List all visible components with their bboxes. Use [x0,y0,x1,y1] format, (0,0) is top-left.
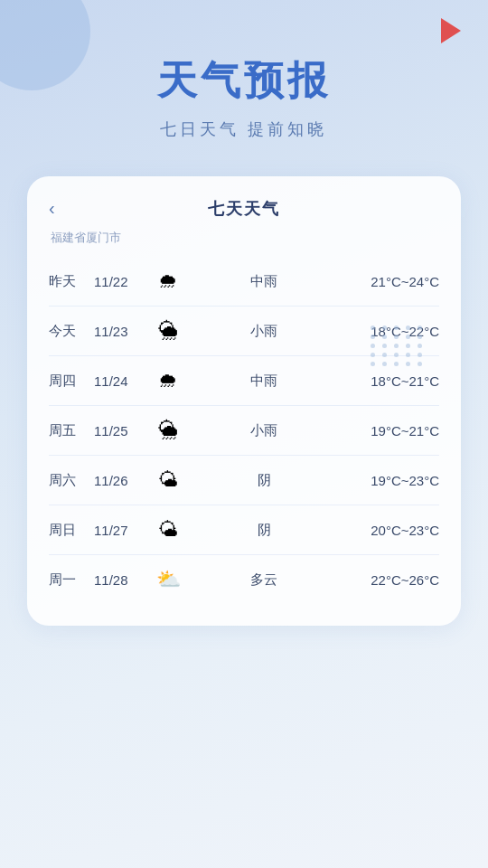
location-label: 福建省厦门市 [49,230,439,246]
hero-subtitle: 七日天气 提前知晓 [0,118,488,140]
weather-icon: 🌦 [148,419,188,442]
table-row: 昨天 11/22 🌧 中雨 21°C~24°C [49,257,439,307]
day-label: 周五 [49,422,94,439]
weather-icon: 🌧 [148,369,188,392]
date-label: 11/27 [94,523,148,538]
table-row: 周五 11/25 🌦 小雨 19°C~21°C [49,406,439,456]
day-label: 周六 [49,472,94,489]
table-row: 周一 11/28 ⛅ 多云 22°C~26°C [49,555,439,604]
day-label: 今天 [49,323,94,340]
date-label: 11/26 [94,473,148,488]
day-label: 周日 [49,522,94,539]
temp-range: 20°C~23°C [340,523,439,538]
day-label: 周一 [49,571,94,589]
date-label: 11/23 [94,324,148,339]
weather-table: 昨天 11/22 🌧 中雨 21°C~24°C 今天 11/23 🌦 小雨 18… [49,257,439,604]
weather-desc: 阴 [188,522,340,539]
temp-range: 19°C~23°C [340,473,439,488]
weather-desc: 阴 [188,472,340,489]
weather-desc: 中雨 [188,273,340,290]
temp-range: 19°C~21°C [340,423,439,439]
temp-range: 21°C~24°C [340,274,439,289]
weather-desc: 多云 [188,571,340,589]
arrow-icon [441,18,461,43]
date-label: 11/28 [94,572,148,588]
weather-desc: 小雨 [188,422,340,439]
back-button[interactable]: ‹ [49,194,62,222]
weather-icon: 🌤 [148,518,188,542]
card-title: 七天天气 [208,198,280,220]
temp-range: 22°C~26°C [340,572,439,588]
dot-grid-decoration [371,326,425,366]
weather-icon: 🌦 [148,319,188,343]
day-label: 周四 [49,373,94,390]
weather-desc: 小雨 [188,323,340,340]
table-row: 周六 11/26 🌤 阴 19°C~23°C [49,456,439,505]
weather-card: ‹ 七天天气 福建省厦门市 昨天 11/22 🌧 中雨 21°C~24°C 今天… [27,176,461,626]
table-row: 周日 11/27 🌤 阴 20°C~23°C [49,505,439,555]
date-label: 11/24 [94,373,148,389]
weather-icon: 🌧 [148,269,188,293]
date-label: 11/22 [94,274,148,289]
date-label: 11/25 [94,423,148,439]
weather-icon: 🌤 [148,468,188,492]
weather-desc: 中雨 [188,373,340,390]
weather-icon: ⛅ [148,568,188,591]
card-header: ‹ 七天天气 [49,194,439,222]
arrow-decoration [441,18,461,43]
day-label: 昨天 [49,273,94,290]
temp-range: 18°C~21°C [340,373,439,389]
